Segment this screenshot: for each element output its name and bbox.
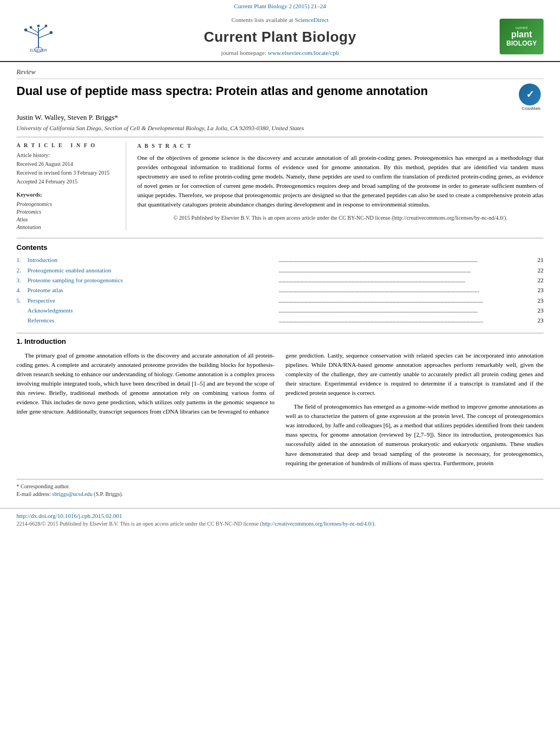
contents-available-line: Contents lists available at ScienceDirec… xyxy=(77,16,483,24)
affiliation: University of California San Diego, Sect… xyxy=(16,124,544,132)
article-content: Review Dual use of peptide mass spectra:… xyxy=(0,62,560,504)
crossmark-badge[interactable]: ✓ CrossMark xyxy=(519,83,544,108)
contents-item-ack: Acknowledgments ........................… xyxy=(16,306,544,315)
intro-col2: gene prediction. Lastly, sequence conser… xyxy=(285,351,544,472)
keyword-2: Proteomics xyxy=(16,208,117,216)
bottom-bar: http://dx.doi.org/10.1016/j.cpb.2015.02.… xyxy=(0,508,560,531)
corresponding-author-note: * Corresponding author. xyxy=(16,483,544,490)
contents-item-2: 2. Proteogenomic enabled annotation ....… xyxy=(16,266,544,275)
abstract-section: A B S T R A C T One of the objectives of… xyxy=(137,142,544,231)
introduction-section: 1. Introduction The primary goal of geno… xyxy=(16,333,544,472)
keywords-section: Keywords: Proteogenomics Proteomics Atla… xyxy=(16,191,117,231)
svg-point-8 xyxy=(30,26,32,29)
homepage-link[interactable]: www.elsevier.com/locate/cpb xyxy=(268,49,339,56)
license-link[interactable]: http://creativecommons.org/licenses/by-n… xyxy=(262,521,372,527)
issn-line: 2214-6628/© 2015 Published by Elsevier B… xyxy=(16,520,544,528)
journal-homepage: journal homepage: www.elsevier.com/locat… xyxy=(77,49,483,57)
intro-col1: The primary goal of genome annotation ef… xyxy=(16,351,275,472)
copyright-notice: © 2015 Published by Elsevier B.V. This i… xyxy=(137,214,544,222)
received-date: Received 26 August 2014 xyxy=(16,160,117,168)
keyword-4: Annotation xyxy=(16,224,117,231)
keyword-1: Proteogenomics xyxy=(16,200,117,208)
article-metadata: A R T I C L E I N F O Article history: R… xyxy=(16,142,126,231)
journal-header: ELSEVIER Contents lists available at Sci… xyxy=(0,12,560,62)
svg-point-10 xyxy=(37,25,40,27)
email-note: E-mail address: sbriggs@ucsd.edu (S.P. B… xyxy=(16,490,544,498)
contents-section: Contents 1. Introduction ...............… xyxy=(16,238,544,325)
footnote-area: * Corresponding author. E-mail address: … xyxy=(16,479,544,498)
intro-heading: 1. Introduction xyxy=(16,337,544,347)
article-type-label: Review xyxy=(16,68,544,80)
journal-title: Current Plant Biology xyxy=(77,27,483,47)
contents-item-5: 5. Perspective .........................… xyxy=(16,297,544,305)
abstract-text: One of the objectives of genome science … xyxy=(137,153,544,209)
abstract-label: A B S T R A C T xyxy=(137,142,544,150)
history-label: Article history: xyxy=(16,152,117,159)
keywords-label: Keywords: xyxy=(16,191,117,199)
article-title: Dual use of peptide mass spectra: Protei… xyxy=(16,83,508,99)
article-info-label: A R T I C L E I N F O xyxy=(16,142,117,149)
contents-title: Contents xyxy=(16,243,544,253)
elsevier-logo: ELSEVIER xyxy=(11,18,66,56)
revised-date: Received in revised form 3 February 2015 xyxy=(16,169,117,177)
doi-link[interactable]: http://dx.doi.org/10.1016/j.cpb.2015.02.… xyxy=(16,512,122,519)
svg-text:ELSEVIER: ELSEVIER xyxy=(30,48,47,52)
author-email[interactable]: sbriggs@ucsd.edu xyxy=(52,491,92,497)
article-info-section: A R T I C L E I N F O Article history: R… xyxy=(16,142,544,231)
contents-item-1: 1. Introduction ........................… xyxy=(16,256,544,264)
plant-biology-badge: current plant BIOLOGY xyxy=(500,19,544,54)
top-banner: Current Plant Biology 2 (2015) 21–24 xyxy=(0,0,560,12)
article-title-row: Dual use of peptide mass spectra: Protei… xyxy=(16,83,544,108)
svg-point-6 xyxy=(24,29,27,32)
svg-point-9 xyxy=(45,25,48,27)
sciencedirect-link[interactable]: ScienceDirect xyxy=(295,16,329,23)
contents-item-4: 4. Proteome atlas ......................… xyxy=(16,286,544,294)
svg-point-7 xyxy=(49,31,53,34)
keyword-3: Atlas xyxy=(16,216,117,224)
plant-biology-logo: current plant BIOLOGY xyxy=(494,18,549,56)
contents-item-refs: References .............................… xyxy=(16,316,544,325)
authors: Justin W. Walley, Steven P. Briggs* Univ… xyxy=(16,113,544,132)
crossmark-icon: ✓ xyxy=(519,83,541,105)
intro-body: The primary goal of genome annotation ef… xyxy=(16,351,544,472)
accepted-date: Accepted 24 February 2015 xyxy=(16,178,117,186)
doi-line: http://dx.doi.org/10.1016/j.cpb.2015.02.… xyxy=(16,512,544,520)
journal-center-info: Contents lists available at ScienceDirec… xyxy=(66,16,494,57)
contents-item-3: 3. Proteome sampling for proteogenomics … xyxy=(16,276,544,284)
separator xyxy=(16,137,544,137)
